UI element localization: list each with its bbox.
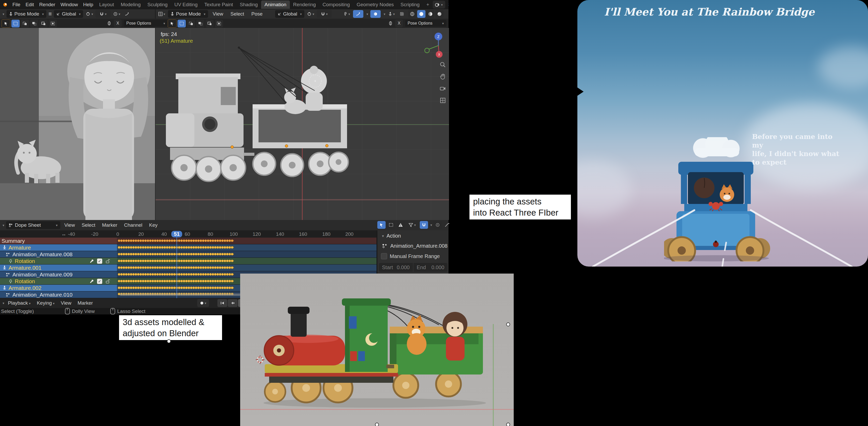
- timeline-marker-menu[interactable]: Marker: [75, 300, 95, 306]
- current-frame-badge[interactable]: 51: [171, 231, 182, 237]
- cursor-tool-icon[interactable]: ▾: [343, 10, 351, 18]
- filter-funnel-icon[interactable]: ▾: [406, 221, 418, 229]
- xray-pose-icon[interactable]: ▾: [388, 10, 396, 18]
- workspace-tab-uv-editing[interactable]: UV Editing: [171, 1, 201, 9]
- grid-toggle-icon[interactable]: [440, 97, 446, 103]
- select-mode-extend-icon[interactable]: [21, 20, 29, 27]
- resize-arrow[interactable]: [577, 88, 584, 96]
- playback-menu[interactable]: Playback▾: [5, 300, 33, 306]
- workspace-tab-sculpting[interactable]: Sculpting: [144, 1, 171, 9]
- editor-type-chevron[interactable]: ▾: [3, 12, 4, 16]
- menu-help[interactable]: Help: [81, 2, 96, 7]
- action-panel-header[interactable]: ▾ Action: [377, 230, 448, 239]
- dope-view-menu[interactable]: View: [62, 222, 78, 228]
- select-mode-subtract-icon[interactable]: [30, 20, 38, 27]
- selection-handle[interactable]: [167, 339, 171, 343]
- workspace-tab-texture-paint[interactable]: Texture Paint: [201, 1, 236, 9]
- menu-window[interactable]: Window: [58, 2, 81, 7]
- panel-collapse-chevron[interactable]: ▾: [382, 234, 384, 238]
- menu-edit[interactable]: Edit: [23, 2, 37, 7]
- channel-row-action[interactable]: Animation_Armature.010: [0, 292, 117, 298]
- modifier-wrench-icon[interactable]: [89, 259, 94, 264]
- editor-type-chevron[interactable]: ▾: [3, 223, 4, 227]
- channel-row-armature[interactable]: Armature: [0, 244, 117, 251]
- camera-view-icon[interactable]: [440, 85, 446, 92]
- dope-marker-menu[interactable]: Marker: [99, 222, 120, 228]
- keying-menu[interactable]: Keying▾: [34, 300, 57, 306]
- dope-key-menu[interactable]: Key: [147, 222, 160, 228]
- proportional-edit-icon[interactable]: [433, 221, 442, 229]
- channel-row-summary[interactable]: Summary: [0, 238, 117, 244]
- workspace-tab-scripting[interactable]: Scripting: [397, 1, 423, 9]
- pose-menu[interactable]: Pose: [249, 11, 265, 17]
- workspace-tab-layout[interactable]: Layout: [96, 1, 117, 9]
- channel-enable-checkbox[interactable]: ✓: [97, 279, 102, 284]
- select-mode-extend-icon[interactable]: [187, 20, 195, 27]
- jump-to-start-button[interactable]: [217, 299, 227, 307]
- auto-keying-record-button[interactable]: ▾: [197, 299, 209, 307]
- select-menu[interactable]: Select: [228, 11, 247, 17]
- add-workspace-button[interactable]: +: [423, 1, 432, 9]
- keyframes-row[interactable]: [118, 272, 234, 277]
- shading-solid-icon[interactable]: [417, 10, 426, 18]
- scene-name-field[interactable]: Scene: [446, 1, 448, 8]
- action-datablock-field[interactable]: Animation_Armature.008: [390, 243, 447, 249]
- channel-row-rotation[interactable]: Rotation ✓: [0, 278, 117, 284]
- keyframes-row[interactable]: [118, 252, 234, 256]
- workspace-tab-animation[interactable]: Animation: [261, 1, 290, 9]
- right-orientation-dropdown[interactable]: Global▾: [275, 10, 304, 18]
- channel-row-action[interactable]: Animation_Armature.009: [0, 271, 117, 278]
- select-mode-new-icon[interactable]: [178, 20, 186, 27]
- gizmo-dropdown-chevron[interactable]: ▾: [367, 12, 368, 16]
- channel-row-armature[interactable]: Armature.001: [0, 265, 117, 271]
- navigation-gizmo[interactable]: Z X: [424, 30, 449, 60]
- modifier-wrench-icon[interactable]: [89, 279, 94, 284]
- keyframes-row[interactable]: [118, 258, 234, 263]
- view-menu[interactable]: View: [210, 11, 226, 17]
- box-select-icon[interactable]: [387, 221, 395, 229]
- curve-arrow-icon[interactable]: [123, 10, 131, 18]
- selection-handle[interactable]: [506, 323, 510, 326]
- select-mode-new-icon[interactable]: [11, 20, 20, 27]
- select-mode-invert-icon[interactable]: [206, 20, 214, 27]
- mirror-x-button[interactable]: X: [114, 20, 122, 27]
- select-mode-intersect-icon[interactable]: [215, 20, 223, 27]
- shading-material-icon[interactable]: [426, 10, 435, 18]
- left-orientation-dropdown[interactable]: Global▾: [54, 10, 83, 18]
- pan-hand-icon[interactable]: [440, 73, 446, 80]
- scene-icon[interactable]: ▾: [433, 1, 445, 8]
- start-frame-field[interactable]: Start0.000: [379, 263, 413, 272]
- viewport-right-3d[interactable]: fps: 24 (51) Armature Z X: [155, 28, 449, 220]
- workspace-tab-geometry-nodes[interactable]: Geometry Nodes: [353, 1, 397, 9]
- mirror-x-button[interactable]: X: [395, 20, 403, 27]
- gizmo-toggle-icon[interactable]: [353, 10, 363, 18]
- selection-handle[interactable]: [375, 423, 379, 426]
- dope-select-menu[interactable]: Select: [79, 222, 98, 228]
- editor-type-dropdown[interactable]: Dope Sheet ▾: [6, 221, 60, 229]
- keyframes-row[interactable]: [118, 265, 234, 270]
- left-mode-dropdown[interactable]: Pose Mode▾: [6, 10, 46, 18]
- playhead-line[interactable]: [177, 237, 177, 298]
- render-region-icon[interactable]: [398, 10, 406, 18]
- channel-enable-checkbox[interactable]: ✓: [97, 258, 102, 264]
- ruler-scrub-icon[interactable]: ↔: [60, 231, 68, 237]
- select-mode-invert-icon[interactable]: [39, 20, 48, 27]
- fcurve-icon[interactable]: [443, 221, 451, 229]
- zoom-tool-icon[interactable]: [440, 62, 446, 68]
- end-frame-field[interactable]: End0.000: [413, 263, 447, 272]
- menu-render[interactable]: Render: [36, 2, 58, 7]
- shading-wireframe-icon[interactable]: [408, 10, 416, 18]
- right-editor-type-icon[interactable]: ▾: [158, 10, 166, 18]
- channel-row-action[interactable]: Animation_Armature.008: [0, 251, 117, 257]
- selection-handle[interactable]: [506, 423, 510, 426]
- timeline-view-menu[interactable]: View: [58, 300, 74, 306]
- dope-channel-menu[interactable]: Channel: [121, 222, 145, 228]
- keyframes-row[interactable]: [118, 279, 234, 283]
- keyframes-row[interactable]: [118, 245, 234, 250]
- proportional-edit-icon[interactable]: ▾: [113, 10, 121, 18]
- pose-options-dropdown[interactable]: Pose Options▾: [124, 20, 168, 27]
- menu-file[interactable]: File: [10, 2, 23, 7]
- shading-rendered-icon[interactable]: [435, 10, 443, 18]
- prev-keyframe-button[interactable]: [228, 299, 238, 307]
- snap-dropdown-chevron[interactable]: ▾: [430, 223, 432, 227]
